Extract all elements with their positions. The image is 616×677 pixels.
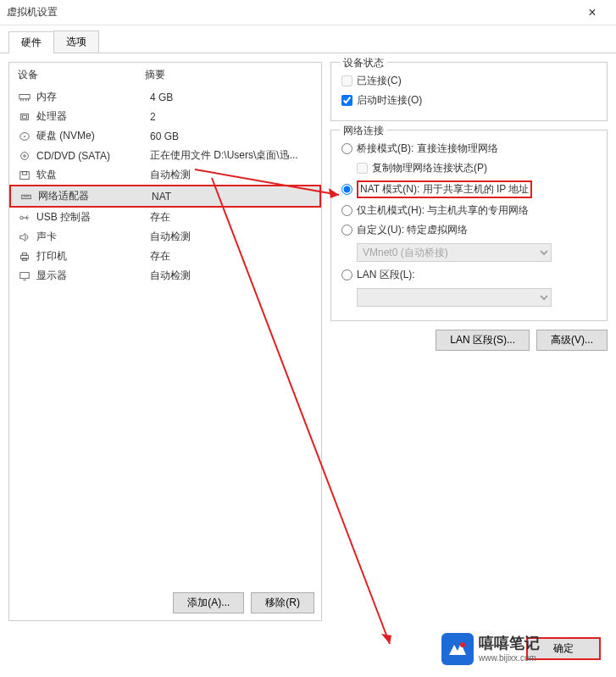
bridged-radio[interactable] bbox=[341, 143, 352, 154]
usb-icon bbox=[18, 213, 31, 223]
svg-rect-23 bbox=[20, 272, 30, 278]
device-name: USB 控制器 bbox=[36, 210, 150, 225]
floppy-icon bbox=[18, 170, 31, 180]
svg-rect-21 bbox=[22, 252, 26, 255]
settings-panel: 设备状态 已连接(C) 启动时连接(O) 网络连接 桥接模式(B): 直接连接物… bbox=[330, 62, 608, 621]
header-summary: 摘要 bbox=[145, 68, 165, 82]
sound-icon bbox=[18, 232, 31, 242]
tab-hardware[interactable]: 硬件 bbox=[8, 31, 54, 53]
device-row-cddvd[interactable]: CD/DVD (SATA) 正在使用文件 D:\Users\桌面\迅... bbox=[9, 146, 321, 165]
device-row-memory[interactable]: 内存 4 GB bbox=[9, 87, 321, 107]
device-summary: 存在 bbox=[150, 249, 170, 264]
svg-rect-0 bbox=[19, 94, 30, 98]
add-button[interactable]: 添加(A)... bbox=[173, 592, 244, 613]
status-legend: 设备状态 bbox=[340, 56, 387, 70]
device-list: 内存 4 GB 处理器 2 硬盘 (NVMe) 60 GB CD/DVD (SA… bbox=[9, 87, 321, 286]
cd-icon bbox=[18, 151, 31, 161]
device-name: CD/DVD (SATA) bbox=[36, 150, 150, 162]
connected-checkbox bbox=[341, 75, 352, 86]
right-button-row: LAN 区段(S)... 高级(V)... bbox=[330, 330, 608, 351]
lan-label: LAN 区段(L): bbox=[357, 268, 415, 282]
device-name: 软盘 bbox=[36, 168, 150, 182]
device-row-printer[interactable]: 打印机 存在 bbox=[9, 247, 321, 266]
svg-marker-28 bbox=[381, 634, 391, 644]
device-name: 声卡 bbox=[36, 230, 150, 244]
watermark-title: 嘻嘻笔记 bbox=[479, 635, 540, 653]
advanced-button[interactable]: 高级(V)... bbox=[536, 330, 608, 351]
device-row-disk[interactable]: 硬盘 (NVMe) 60 GB bbox=[9, 126, 321, 146]
lan-select bbox=[357, 288, 552, 307]
custom-select-row: VMnet0 (自动桥接) bbox=[341, 240, 597, 265]
lan-radio-row[interactable]: LAN 区段(L): bbox=[341, 265, 597, 285]
lan-radio[interactable] bbox=[341, 269, 352, 280]
network-legend: 网络连接 bbox=[340, 124, 387, 138]
device-summary: 自动检测 bbox=[150, 230, 191, 244]
titlebar: 虚拟机设置 × bbox=[0, 0, 616, 25]
watermark-logo-icon bbox=[441, 633, 474, 665]
connected-checkbox-row: 已连接(C) bbox=[341, 71, 597, 91]
replicate-row: 复制物理网络连接状态(P) bbox=[341, 158, 597, 178]
device-row-display[interactable]: 显示器 自动检测 bbox=[9, 266, 321, 286]
cpu-icon bbox=[18, 112, 31, 122]
device-summary: 60 GB bbox=[150, 130, 179, 142]
device-buttons: 添加(A)... 移除(R) bbox=[173, 592, 314, 613]
remove-button[interactable]: 移除(R) bbox=[251, 592, 314, 613]
device-row-floppy[interactable]: 软盘 自动检测 bbox=[9, 165, 321, 185]
close-icon[interactable]: × bbox=[575, 5, 609, 20]
svg-point-15 bbox=[20, 216, 24, 219]
nat-radio-row[interactable]: NAT 模式(N): 用于共享主机的 IP 地址 bbox=[341, 178, 597, 201]
lan-select-row bbox=[341, 285, 597, 310]
device-row-network[interactable]: 网络适配器 NAT bbox=[9, 185, 321, 208]
svg-rect-12 bbox=[22, 171, 26, 175]
connect-on-start-label: 启动时连接(O) bbox=[357, 93, 422, 108]
display-icon bbox=[18, 271, 31, 281]
hostonly-label: 仅主机模式(H): 与主机共享的专用网络 bbox=[357, 203, 529, 218]
device-summary: 4 GB bbox=[150, 92, 173, 103]
network-icon bbox=[19, 191, 33, 202]
connected-label: 已连接(C) bbox=[357, 74, 402, 88]
device-row-usb[interactable]: USB 控制器 存在 bbox=[9, 208, 321, 227]
device-summary: 2 bbox=[150, 111, 156, 123]
device-list-header: 设备 摘要 bbox=[9, 63, 321, 87]
bridged-radio-row[interactable]: 桥接模式(B): 直接连接物理网络 bbox=[341, 139, 597, 158]
custom-label: 自定义(U): 特定虚拟网络 bbox=[357, 223, 468, 237]
tab-options[interactable]: 选项 bbox=[53, 31, 99, 53]
nat-radio[interactable] bbox=[341, 184, 352, 195]
device-summary: 正在使用文件 D:\Users\桌面\迅... bbox=[150, 148, 298, 163]
svg-point-9 bbox=[21, 152, 29, 159]
watermark-text: 嘻嘻笔记 www.bijixx.com bbox=[479, 635, 540, 663]
svg-point-10 bbox=[24, 154, 26, 157]
device-name: 打印机 bbox=[36, 249, 150, 264]
nat-label: NAT 模式(N): 用于共享主机的 IP 地址 bbox=[357, 180, 532, 198]
device-row-sound[interactable]: 声卡 自动检测 bbox=[9, 227, 321, 247]
device-row-cpu[interactable]: 处理器 2 bbox=[9, 107, 321, 126]
replicate-checkbox bbox=[357, 163, 368, 174]
device-name: 处理器 bbox=[36, 109, 150, 124]
device-list-panel: 设备 摘要 内存 4 GB 处理器 2 硬盘 (NVMe) 60 GB CD/D… bbox=[8, 62, 322, 621]
vmnet-select: VMnet0 (自动桥接) bbox=[357, 243, 552, 262]
device-summary: 存在 bbox=[150, 210, 170, 225]
hostonly-radio[interactable] bbox=[341, 205, 352, 216]
network-connection-group: 网络连接 桥接模式(B): 直接连接物理网络 复制物理网络连接状态(P) NAT… bbox=[330, 130, 608, 321]
custom-radio[interactable] bbox=[341, 225, 352, 236]
tab-strip: 硬件 选项 bbox=[0, 25, 616, 53]
memory-icon bbox=[18, 92, 31, 103]
svg-rect-6 bbox=[22, 115, 26, 119]
custom-radio-row[interactable]: 自定义(U): 特定虚拟网络 bbox=[341, 220, 597, 240]
watermark-url: www.bijixx.com bbox=[479, 653, 540, 663]
disk-icon bbox=[18, 131, 31, 142]
lan-segments-button[interactable]: LAN 区段(S)... bbox=[436, 330, 530, 351]
device-name: 网络适配器 bbox=[38, 189, 152, 203]
connect-on-start-row[interactable]: 启动时连接(O) bbox=[341, 91, 597, 110]
replicate-label: 复制物理网络连接状态(P) bbox=[372, 161, 487, 175]
device-name: 显示器 bbox=[36, 269, 150, 283]
printer-icon bbox=[18, 252, 31, 262]
hostonly-radio-row[interactable]: 仅主机模式(H): 与主机共享的专用网络 bbox=[341, 201, 597, 220]
device-summary: NAT bbox=[152, 191, 171, 203]
svg-point-30 bbox=[460, 642, 465, 647]
content-area: 设备 摘要 内存 4 GB 处理器 2 硬盘 (NVMe) 60 GB CD/D… bbox=[0, 53, 616, 630]
device-name: 硬盘 (NVMe) bbox=[36, 129, 150, 143]
connect-on-start-checkbox[interactable] bbox=[341, 95, 352, 106]
svg-point-8 bbox=[24, 136, 25, 137]
svg-rect-11 bbox=[20, 171, 30, 179]
